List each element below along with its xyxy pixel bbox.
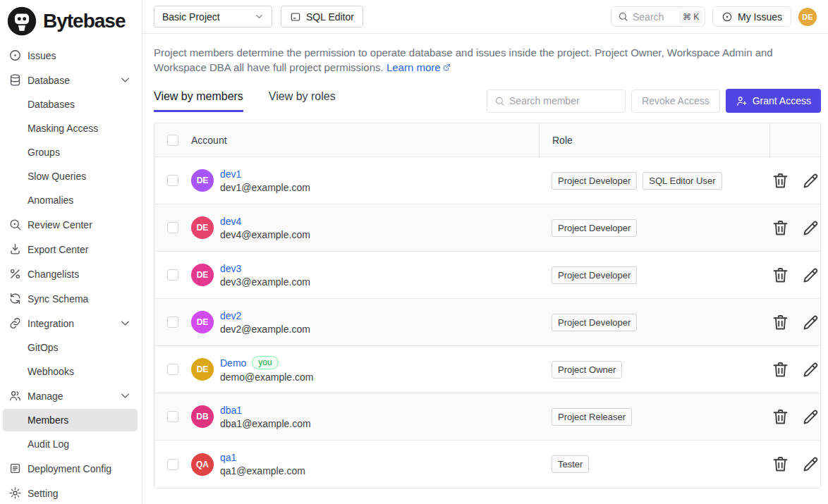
sidebar-item-slow-queries[interactable]: Slow Queries <box>3 165 138 188</box>
sidebar-item-webhooks[interactable]: Webhooks <box>3 360 138 383</box>
chevron-down-icon <box>254 11 264 22</box>
member-email: qa1@example.com <box>220 465 305 477</box>
setting-icon <box>8 486 22 500</box>
edit-member-button[interactable] <box>801 171 820 190</box>
my-issues-label: My Issues <box>738 11 782 23</box>
member-avatar: DE <box>191 358 214 381</box>
row-checkbox[interactable] <box>167 411 178 422</box>
user-avatar[interactable]: DE <box>798 8 817 26</box>
edit-member-button[interactable] <box>801 266 820 285</box>
search-icon <box>494 96 505 106</box>
member-name-link[interactable]: dba1 <box>220 405 242 416</box>
sidebar-item-masking-access[interactable]: Masking Access <box>3 117 138 140</box>
terminal-icon <box>290 11 301 23</box>
review-center-icon <box>8 218 22 231</box>
delete-member-button[interactable] <box>771 266 790 285</box>
member-search[interactable] <box>487 90 626 113</box>
sql-editor-button[interactable]: SQL Editor <box>281 6 363 27</box>
sidebar-item-label: Webhooks <box>28 366 74 377</box>
search-icon <box>618 11 628 22</box>
global-search[interactable]: ⌘ K <box>611 6 705 27</box>
sidebar-item-anomalies[interactable]: Anomalies <box>3 189 138 211</box>
sidebar-item-setting[interactable]: Setting <box>3 481 138 504</box>
member-search-input[interactable] <box>509 95 608 106</box>
member-name-link[interactable]: dev4 <box>220 216 241 227</box>
sidebar-item-label: Deployment Config <box>28 463 111 474</box>
member-email: dev4@example.com <box>220 229 310 240</box>
global-search-input[interactable] <box>633 11 675 23</box>
row-checkbox[interactable] <box>167 316 178 328</box>
sidebar-item-export-center[interactable]: Export Center <box>3 238 138 261</box>
trash-icon <box>771 407 790 426</box>
row-checkbox[interactable] <box>167 222 178 233</box>
delete-member-button[interactable] <box>771 219 790 238</box>
my-issues-button[interactable]: My Issues <box>712 6 791 27</box>
row-checkbox[interactable] <box>167 364 178 375</box>
role-tag: Project Developer <box>552 219 637 237</box>
brand-wordmark: Bytebase <box>43 10 126 32</box>
sidebar-item-deployment-config[interactable]: Deployment Config <box>3 457 138 480</box>
edit-member-button[interactable] <box>801 360 820 379</box>
grant-access-button[interactable]: Grant Access <box>726 89 821 113</box>
member-name-link[interactable]: dev2 <box>220 310 241 321</box>
delete-member-button[interactable] <box>771 360 790 379</box>
sidebar-item-databases[interactable]: Databases <box>3 93 138 116</box>
member-avatar: DE <box>191 311 214 333</box>
brand-logo[interactable]: Bytebase <box>0 0 142 39</box>
sidebar-item-integration[interactable]: Integration <box>3 312 138 335</box>
changelists-icon <box>8 267 22 281</box>
role-tag: Project Developer <box>552 172 637 190</box>
edit-member-button[interactable] <box>801 455 820 474</box>
member-name-link[interactable]: dev1 <box>220 168 241 180</box>
delete-member-button[interactable] <box>771 407 790 426</box>
sidebar-item-label: Issues <box>28 50 56 61</box>
column-header-account: Account <box>191 135 539 146</box>
sidebar-item-manage[interactable]: Manage <box>3 384 138 407</box>
trash-icon <box>771 171 790 190</box>
project-select[interactable]: Basic Project <box>154 6 272 27</box>
chevron-down-icon <box>118 316 132 330</box>
select-all-checkbox[interactable] <box>167 135 178 146</box>
toolbar-actions: Revoke Access Grant Access <box>487 89 821 113</box>
member-name-link[interactable]: Demo <box>220 357 246 369</box>
edit-member-button[interactable] <box>801 313 820 332</box>
sidebar-item-changelists[interactable]: Changelists <box>3 262 138 285</box>
tab-view-by-members[interactable]: View by members <box>154 90 243 112</box>
sidebar-item-audit-log[interactable]: Audit Log <box>3 433 138 455</box>
sidebar-item-database[interactable]: Database <box>3 68 138 92</box>
learn-more-link[interactable]: Learn more <box>386 61 441 73</box>
delete-member-button[interactable] <box>771 455 790 474</box>
members-table: Account Role DEdev1dev1@example.comProje… <box>154 123 821 488</box>
member-email: demo@example.com <box>220 371 314 383</box>
column-header-role: Role <box>539 123 769 156</box>
sidebar-item-members[interactable]: Members <box>3 409 138 431</box>
row-checkbox[interactable] <box>167 269 178 281</box>
sidebar-item-gitops[interactable]: GitOps <box>3 336 138 359</box>
delete-member-button[interactable] <box>771 171 790 190</box>
sidebar-item-review-center[interactable]: Review Center <box>3 213 138 236</box>
member-name-link[interactable]: qa1 <box>220 452 236 463</box>
table-row: DEdev1dev1@example.comProject DeveloperS… <box>154 157 820 204</box>
table-row: DEdev2dev2@example.comProject Developer <box>154 299 820 346</box>
edit-member-button[interactable] <box>801 407 820 426</box>
row-checkbox[interactable] <box>167 459 178 470</box>
role-tag: Tester <box>552 455 589 473</box>
role-tag: Project Owner <box>552 361 622 379</box>
role-tag: Project Developer <box>552 266 637 284</box>
sidebar-item-groups[interactable]: Groups <box>3 141 138 164</box>
edit-member-button[interactable] <box>801 219 820 238</box>
table-row: DBdba1dba1@example.comProject Releaser <box>154 393 820 441</box>
member-name-link[interactable]: dev3 <box>220 263 241 274</box>
row-checkbox[interactable] <box>167 175 178 186</box>
trash-icon <box>771 219 790 238</box>
sidebar-item-issues[interactable]: Issues <box>3 44 138 67</box>
description-text: Project members determine the permission… <box>154 47 773 73</box>
table-row: DEdev4dev4@example.comProject Developer <box>154 204 820 252</box>
tab-view-by-roles[interactable]: View by roles <box>269 90 336 112</box>
delete-member-button[interactable] <box>771 313 790 332</box>
main-area: Basic Project SQL Editor ⌘ K My Issues D… <box>142 0 828 504</box>
sidebar-item-sync-schema[interactable]: Sync Schema <box>3 287 138 310</box>
trash-icon <box>771 360 790 379</box>
revoke-access-button[interactable]: Revoke Access <box>631 90 720 113</box>
sidebar-item-label: Setting <box>28 488 59 499</box>
